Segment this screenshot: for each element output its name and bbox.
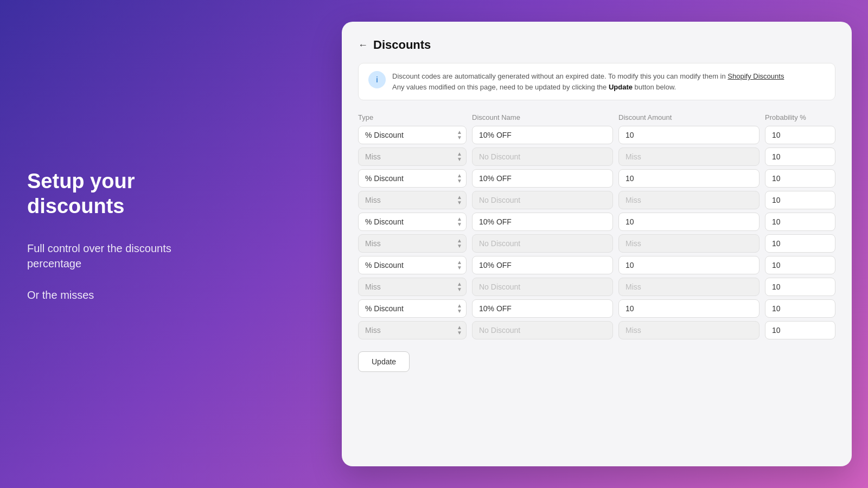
table-row: % DiscountMissFixed Discount▲▼	[358, 299, 835, 318]
type-select-wrapper: % DiscountMissFixed Discount▲▼	[358, 169, 467, 188]
probability-input	[765, 191, 835, 209]
discount-name-input[interactable]	[472, 126, 613, 144]
type-select[interactable]: % DiscountMissFixed Discount	[358, 126, 467, 144]
probability-input	[765, 147, 835, 166]
main-heading: Setup your discounts	[27, 169, 222, 219]
sub-description-2: Or the misses	[27, 287, 222, 303]
discount-name-input[interactable]	[472, 256, 613, 274]
type-select-wrapper: % DiscountMissFixed Discount▲▼	[358, 299, 467, 318]
probability-input	[765, 256, 835, 274]
probability-input	[765, 126, 835, 144]
discount-name-input	[472, 321, 613, 339]
type-select[interactable]: % DiscountMissFixed Discount	[358, 256, 467, 274]
col-amount-header: Discount Amount	[618, 113, 760, 121]
back-arrow-icon[interactable]: ←	[358, 40, 368, 51]
table-row: % DiscountMissFixed Discount▲▼	[358, 126, 835, 144]
table-row: % DiscountMissFixed Discount▲▼	[358, 169, 835, 188]
type-select-wrapper: % DiscountMissFixed Discount▲▼	[358, 126, 467, 144]
discount-amount-input	[618, 278, 760, 296]
probability-input	[765, 234, 835, 253]
probability-input	[765, 299, 835, 318]
col-type-header: Type	[358, 113, 467, 121]
type-select[interactable]: % DiscountMissFixed Discount	[358, 169, 467, 188]
discount-rows-container: % DiscountMissFixed Discount▲▼% Discount…	[358, 126, 835, 339]
discount-name-input	[472, 234, 613, 253]
update-button[interactable]: Update	[358, 351, 410, 372]
col-prob-header: Probability %	[765, 113, 835, 121]
type-select-wrapper: % DiscountMissFixed Discount▲▼	[358, 321, 467, 339]
discount-name-input[interactable]	[472, 213, 613, 231]
type-select[interactable]: % DiscountMissFixed Discount	[358, 278, 467, 296]
type-select[interactable]: % DiscountMissFixed Discount	[358, 321, 467, 339]
probability-input	[765, 321, 835, 339]
table-row: % DiscountMissFixed Discount▲▼	[358, 256, 835, 274]
sub-description-1: Full control over the discounts percenta…	[27, 241, 222, 271]
discount-name-input	[472, 278, 613, 296]
table-row: % DiscountMissFixed Discount▲▼	[358, 147, 835, 166]
page-title: Discounts	[373, 38, 431, 52]
discount-amount-input	[618, 147, 760, 166]
discount-name-input	[472, 191, 613, 209]
table-row: % DiscountMissFixed Discount▲▼	[358, 213, 835, 231]
table-row: % DiscountMissFixed Discount▲▼	[358, 278, 835, 296]
type-select-wrapper: % DiscountMissFixed Discount▲▼	[358, 213, 467, 231]
discount-amount-input[interactable]	[618, 213, 760, 231]
type-select-wrapper: % DiscountMissFixed Discount▲▼	[358, 191, 467, 209]
discount-amount-input[interactable]	[618, 169, 760, 188]
discount-amount-input	[618, 321, 760, 339]
type-select[interactable]: % DiscountMissFixed Discount	[358, 213, 467, 231]
table-header: Type Discount Name Discount Amount Proba…	[358, 113, 835, 126]
right-panel: ← Discounts i Discount codes are automat…	[342, 22, 852, 466]
discount-name-input	[472, 147, 613, 166]
discount-amount-input	[618, 191, 760, 209]
col-name-header: Discount Name	[472, 113, 613, 121]
type-select[interactable]: % DiscountMissFixed Discount	[358, 299, 467, 318]
type-select-wrapper: % DiscountMissFixed Discount▲▼	[358, 234, 467, 253]
probability-input	[765, 169, 835, 188]
info-icon: i	[368, 71, 386, 88]
probability-input	[765, 278, 835, 296]
type-select[interactable]: % DiscountMissFixed Discount	[358, 234, 467, 253]
table-row: % DiscountMissFixed Discount▲▼	[358, 321, 835, 339]
discount-amount-input	[618, 234, 760, 253]
info-banner-text: Discount codes are automatically generat…	[392, 71, 784, 92]
discount-name-input[interactable]	[472, 299, 613, 318]
table-row: % DiscountMissFixed Discount▲▼	[358, 234, 835, 253]
discount-amount-input[interactable]	[618, 126, 760, 144]
discount-amount-input[interactable]	[618, 299, 760, 318]
probability-input	[765, 213, 835, 231]
info-banner: i Discount codes are automatically gener…	[358, 63, 835, 100]
type-select[interactable]: % DiscountMissFixed Discount	[358, 147, 467, 166]
page-header: ← Discounts	[358, 38, 835, 52]
type-select-wrapper: % DiscountMissFixed Discount▲▼	[358, 147, 467, 166]
discount-amount-input[interactable]	[618, 256, 760, 274]
discount-name-input[interactable]	[472, 169, 613, 188]
type-select[interactable]: % DiscountMissFixed Discount	[358, 191, 467, 209]
table-row: % DiscountMissFixed Discount▲▼	[358, 191, 835, 209]
left-panel: Setup your discounts Full control over t…	[0, 0, 250, 488]
type-select-wrapper: % DiscountMissFixed Discount▲▼	[358, 278, 467, 296]
shopify-discounts-link[interactable]: Shopify Discounts	[727, 72, 784, 80]
type-select-wrapper: % DiscountMissFixed Discount▲▼	[358, 256, 467, 274]
